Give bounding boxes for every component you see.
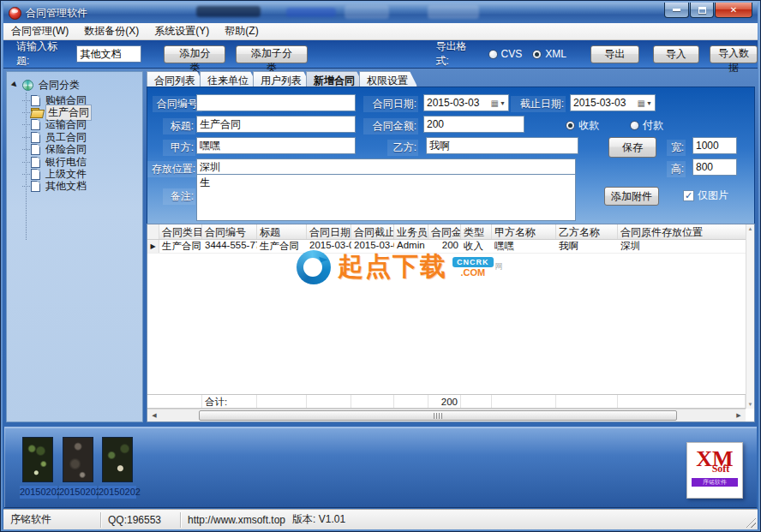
status-app-name: 序铭软件 [3,512,100,527]
xml-radio[interactable] [532,50,542,59]
col-party-a[interactable]: 甲方名称 [492,224,556,239]
title-bar[interactable]: 合同管理软件 ✕ [3,3,758,23]
minimize-button[interactable] [664,3,689,18]
maximize-button[interactable] [690,3,714,18]
watermark-tld: .COM [460,267,485,278]
menu-contract-management[interactable]: 合同管理(W) [3,22,76,40]
menu-data-backup[interactable]: 数据备份(X) [76,22,147,40]
only-image-label: 仅图片 [698,188,728,203]
export-button[interactable]: 导出 [590,45,639,63]
party-b-field[interactable] [426,137,578,154]
add-subcategory-button[interactable]: 添加子分类 [236,45,307,63]
attachment-label[interactable]: 20150202 [99,486,136,499]
add-category-button[interactable]: 添加分类 [164,45,225,63]
pay-option[interactable]: 付款 [630,118,663,133]
watermark-text: 起点下载 [338,249,447,284]
screenshot-artifact [345,5,389,19]
col-title[interactable]: 标题 [257,224,307,239]
col-original-location[interactable]: 合同原件存放位置 [618,224,754,239]
party-a-label: 甲方: [163,140,195,156]
height-field[interactable] [692,158,737,176]
location-field[interactable] [196,158,576,176]
cvs-radio[interactable] [488,50,498,59]
height-label: 高: [667,161,686,177]
remark-textarea[interactable]: 生 [196,174,576,221]
watermark-domain: CNCRK [452,257,494,267]
attachment-label[interactable]: 20150202 [59,486,97,499]
tree-expand-icon[interactable]: ▶ [10,80,21,90]
new-contract-form: 合同编号: 合同日期: 2015-03-03 ▦ ▼ 截止日期: 2015-03… [147,87,755,224]
row-indicator-header [147,224,159,239]
width-field[interactable] [692,137,737,154]
scroll-right-arrow[interactable]: ▶ [732,409,746,421]
import-data-button[interactable]: 导入数据 [710,45,758,63]
location-label: 存放位置: [147,161,197,177]
close-button[interactable]: ✕ [715,3,752,18]
menu-help[interactable]: 帮助(Z) [217,22,266,40]
save-button[interactable]: 保存 [608,137,656,158]
window-controls: ✕ [663,3,752,18]
tree-item-other-documents[interactable]: 其他文档 [22,181,142,193]
deadline-date-picker[interactable]: 2015-03-03 ▦ ▼ [570,94,656,111]
tree-item-label: 其他文档 [44,179,88,194]
attachment-label[interactable]: 20150202 [20,486,57,499]
tab-new-contract[interactable]: 新增合同 [306,71,364,87]
receive-option[interactable]: 收款 [566,118,599,133]
menu-system-settings[interactable]: 系统设置(Y) [147,22,217,40]
receive-radio[interactable] [566,121,575,130]
tree-root-contract-categories[interactable]: ▶ 合同分类 [12,78,142,93]
contract-no-input[interactable] [196,94,356,111]
tab-permission-settings[interactable]: 权限设置 [359,71,417,87]
col-amount[interactable]: 合同金额 [428,224,461,239]
col-party-b[interactable]: 乙方名称 [556,224,618,239]
pay-radio-label: 付款 [643,118,663,133]
category-tree: ▶ 合同分类 购销合同 生产合同 运输合同 员工合同 保险合同 银行电信 [6,71,143,422]
add-attachment-button[interactable]: 添加附件 [604,187,659,206]
attachment-thumbnail[interactable] [22,437,53,482]
tab-user-list[interactable]: 用户列表 [253,71,311,87]
title-field[interactable] [196,116,356,133]
title-input[interactable] [76,45,141,63]
open-folder-icon [31,108,43,117]
col-contract-category[interactable]: 合同类目 [159,224,202,239]
horizontal-scrollbar[interactable]: ◀ ▶ [147,409,746,421]
menu-bar: 合同管理(W) 数据备份(X) 系统设置(Y) 帮助(Z) [3,23,758,40]
scrollbar-thumb[interactable] [199,410,677,421]
format-cvs-option[interactable]: CVS [488,48,523,60]
contract-date-label: 合同日期: [363,96,418,112]
chevron-down-icon: ▼ [646,100,652,106]
document-icon [31,181,40,192]
scroll-left-arrow[interactable]: ◀ [147,409,161,421]
status-url[interactable]: http://www.xmsoft.top [181,514,292,526]
contract-date-picker[interactable]: 2015-03-03 ▦ ▼ [423,94,509,111]
format-xml-option[interactable]: XML [532,48,566,60]
tree-root-label: 合同分类 [37,78,81,93]
only-image-checkbox[interactable]: ✓ [683,190,694,201]
col-salesperson[interactable]: 业务员 [394,224,428,239]
calendar-icon: ▦ [638,99,645,108]
tab-contract-list[interactable]: 合同列表 [147,71,205,87]
status-bar: 序铭软件 QQ:196553 http://www.xmsoft.top 版本:… [3,509,758,529]
export-format-label: 导出格式: [436,39,478,69]
xml-radio-label: XML [545,48,566,60]
col-contract-date[interactable]: 合同日期 [307,224,351,239]
maximize-icon [698,7,706,14]
import-button[interactable]: 导入 [653,45,700,63]
resize-grip[interactable] [745,517,756,528]
col-type[interactable]: 类型 [461,224,492,239]
tab-business-units[interactable]: 往来单位 [200,71,258,87]
col-contract-no[interactable]: 合同编号 [202,224,257,239]
col-deadline[interactable]: 合同截止 [351,224,394,239]
xmsoft-logo-banner: 序铭软件 [692,478,738,487]
attachment-thumbnail[interactable] [102,437,133,482]
toolbar: 请输入标题: 添加分类 添加子分类 导出格式: CVS XML 导出 导入 导入… [3,40,758,69]
party-a-field[interactable] [196,137,356,154]
attachment-thumbnail[interactable] [63,437,93,482]
amount-field[interactable] [423,116,524,133]
only-image-option[interactable]: ✓ 仅图片 [683,188,728,203]
pay-radio[interactable] [630,121,639,130]
vertical-scrollbar[interactable]: ▲ ▼ [746,224,754,409]
chevron-down-icon: ▼ [500,100,506,106]
cncrk-logo-icon [297,250,331,284]
width-label: 宽: [667,140,686,156]
